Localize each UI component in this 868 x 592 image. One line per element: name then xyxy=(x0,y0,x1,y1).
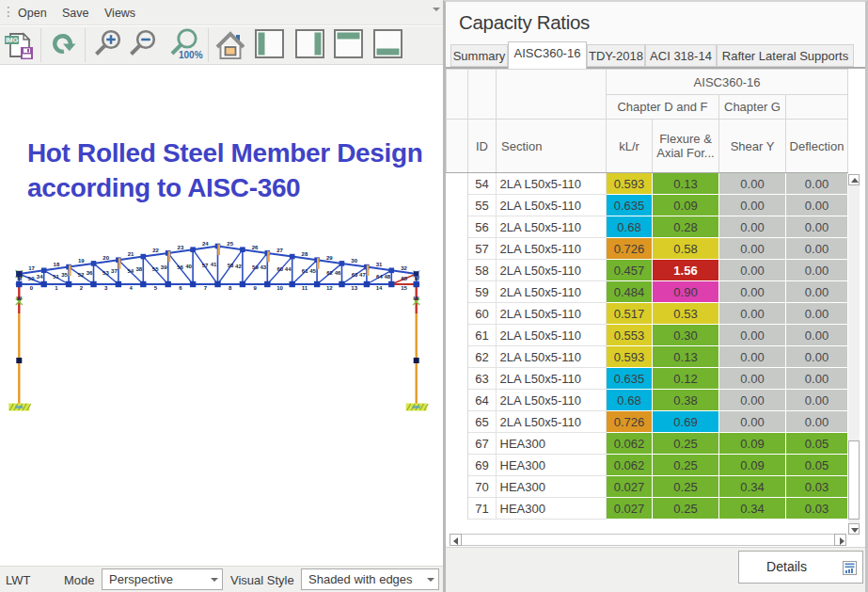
svg-text:40: 40 xyxy=(185,264,192,269)
svg-text:18: 18 xyxy=(54,262,60,267)
svg-text:M: M xyxy=(415,276,419,281)
svg-text:37: 37 xyxy=(111,268,118,274)
svg-text:1: 1 xyxy=(55,285,58,291)
svg-text:41: 41 xyxy=(211,262,217,267)
svg-text:44: 44 xyxy=(285,266,292,272)
svg-text:28: 28 xyxy=(302,251,308,257)
svg-text:50: 50 xyxy=(28,276,35,281)
svg-text:63: 63 xyxy=(352,272,358,278)
svg-text:51: 51 xyxy=(53,274,59,280)
svg-text:26: 26 xyxy=(252,245,259,250)
svg-text:53: 53 xyxy=(103,270,109,276)
svg-text:31: 31 xyxy=(376,262,383,267)
svg-text:4: 4 xyxy=(129,285,133,291)
svg-text:38: 38 xyxy=(135,266,142,272)
svg-text:36: 36 xyxy=(87,270,93,276)
svg-text:32: 32 xyxy=(401,265,407,271)
svg-text:10: 10 xyxy=(276,285,283,291)
svg-text:12: 12 xyxy=(326,285,333,291)
svg-text:64: 64 xyxy=(376,274,383,280)
svg-text:58: 58 xyxy=(228,263,234,268)
svg-text:47: 47 xyxy=(359,272,366,278)
svg-text:35: 35 xyxy=(61,272,68,278)
svg-text:52: 52 xyxy=(78,272,85,278)
svg-text:27: 27 xyxy=(276,248,283,253)
svg-text:20: 20 xyxy=(103,255,109,261)
svg-text:17: 17 xyxy=(28,265,35,271)
svg-text:6: 6 xyxy=(179,285,182,291)
svg-text:13: 13 xyxy=(351,285,357,291)
svg-text:8: 8 xyxy=(229,285,232,291)
svg-text:57: 57 xyxy=(202,263,209,268)
svg-text:54: 54 xyxy=(127,268,134,274)
svg-text:2: 2 xyxy=(80,285,84,291)
svg-text:43: 43 xyxy=(260,264,266,270)
svg-text:29: 29 xyxy=(326,255,333,261)
svg-text:39: 39 xyxy=(161,264,167,270)
svg-text:M: M xyxy=(17,276,22,281)
svg-text:48: 48 xyxy=(384,274,390,280)
svg-text:IMG: IMG xyxy=(6,37,19,43)
svg-text:14: 14 xyxy=(376,285,383,291)
svg-text:24: 24 xyxy=(202,241,209,247)
svg-text:21: 21 xyxy=(128,251,134,257)
svg-text:25: 25 xyxy=(227,241,233,247)
svg-text:22: 22 xyxy=(152,248,159,253)
svg-text:42: 42 xyxy=(235,264,242,269)
svg-text:65: 65 xyxy=(401,276,407,281)
svg-text:11: 11 xyxy=(302,285,308,291)
svg-text:60: 60 xyxy=(276,266,283,272)
svg-text:55: 55 xyxy=(152,266,159,272)
svg-text:23: 23 xyxy=(178,245,184,250)
svg-text:46: 46 xyxy=(335,270,341,276)
svg-text:34: 34 xyxy=(37,274,43,280)
svg-text:100%: 100% xyxy=(179,50,203,60)
svg-text:7: 7 xyxy=(204,285,208,291)
svg-text:62: 62 xyxy=(326,270,333,276)
svg-text:19: 19 xyxy=(78,258,85,264)
svg-text:30: 30 xyxy=(351,258,357,264)
svg-text:5: 5 xyxy=(154,285,158,291)
svg-text:3: 3 xyxy=(104,285,108,291)
svg-text:9: 9 xyxy=(253,285,257,291)
svg-text:59: 59 xyxy=(252,264,259,270)
svg-text:15: 15 xyxy=(401,285,407,291)
svg-text:0: 0 xyxy=(30,285,34,291)
svg-text:61: 61 xyxy=(302,268,308,274)
svg-text:W: W xyxy=(16,296,22,301)
svg-text:W: W xyxy=(414,296,419,301)
svg-text:45: 45 xyxy=(309,268,316,274)
svg-text:56: 56 xyxy=(177,264,183,270)
